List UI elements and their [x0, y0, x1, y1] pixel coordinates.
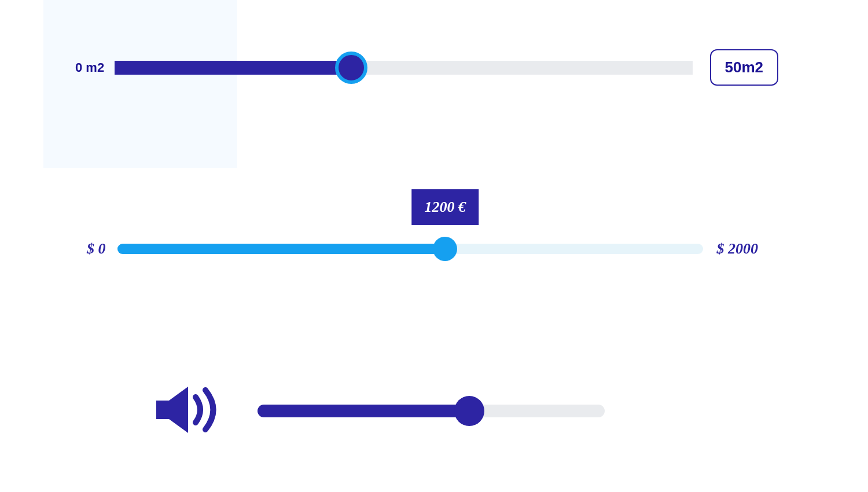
volume-slider [156, 382, 605, 439]
price-slider-min-label: $ 0 [87, 240, 106, 258]
volume-slider-fill [258, 405, 469, 417]
area-slider: 0 m2 50m2 [75, 49, 778, 86]
volume-slider-track[interactable] [258, 405, 605, 417]
price-slider-track[interactable]: 1200 € [117, 244, 703, 254]
area-slider-max-box: 50m2 [710, 49, 779, 86]
price-slider-thumb[interactable] [433, 237, 457, 261]
svg-marker-1 [169, 387, 188, 433]
area-slider-fill [115, 61, 351, 75]
price-slider-tooltip: 1200 € [411, 189, 479, 225]
volume-icon [156, 382, 223, 439]
area-slider-min-label: 0 m2 [75, 60, 104, 75]
area-slider-thumb[interactable] [335, 52, 367, 84]
volume-slider-thumb[interactable] [454, 396, 484, 426]
price-slider-max-label: $ 2000 [717, 240, 759, 258]
price-slider: $ 0 1200 € $ 2000 [87, 240, 758, 258]
svg-rect-0 [156, 401, 169, 419]
area-slider-track[interactable] [115, 61, 692, 75]
price-slider-fill [117, 244, 446, 254]
